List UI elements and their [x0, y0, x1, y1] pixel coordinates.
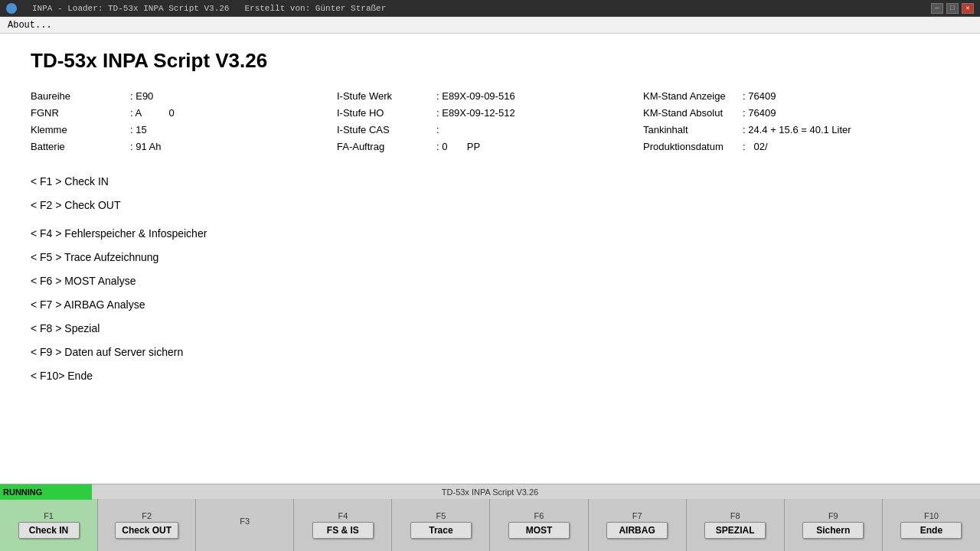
running-container: RUNNING	[0, 484, 92, 499]
menu-f9[interactable]: < F9 > Daten auf Server sichern	[31, 344, 949, 360]
info-col1: Baureihe : E90 FGNR : A 0 Klemme : 15 Ba…	[31, 88, 337, 155]
minimize-button[interactable]: ─	[931, 3, 943, 14]
fkey-f9-label: F9	[828, 511, 838, 520]
fkey-f3-label: F3	[240, 517, 250, 526]
app-icon	[6, 3, 17, 14]
menu-f6[interactable]: < F6 > MOST Analyse	[31, 273, 949, 289]
info-value: : E90	[130, 88, 153, 105]
fkey-f8-btn[interactable]: SPEZIAL	[704, 522, 766, 539]
info-label: KM-Stand Absolut	[643, 105, 743, 122]
fkey-f1[interactable]: F1 Check IN	[0, 499, 98, 551]
info-value: : E89X-09-09-516	[436, 88, 515, 105]
fkey-bar: F1 Check IN F2 Check OUT F3 F4 FS & IS F…	[0, 499, 980, 551]
info-label: Klemme	[31, 122, 130, 139]
about-menu[interactable]: About...	[3, 18, 57, 32]
info-label: I-Stufe Werk	[337, 88, 436, 105]
fkey-f7[interactable]: F7 AIRBAG	[589, 499, 687, 551]
info-label: Tankinhalt	[643, 122, 743, 139]
fkey-f10[interactable]: F10 Ende	[883, 499, 980, 551]
maximize-button[interactable]: □	[946, 3, 959, 14]
info-row: Tankinhalt : 24.4 + 15.6 = 40.1 Liter	[643, 122, 949, 139]
info-col2: I-Stufe Werk : E89X-09-09-516 I-Stufe HO…	[337, 88, 643, 155]
status-text: TD-53x INPA Script V3.26	[442, 487, 538, 497]
fkey-f2-label: F2	[142, 511, 152, 520]
menu-f5[interactable]: < F5 > Trace Aufzeichnung	[31, 249, 949, 266]
info-row: Klemme : 15	[31, 122, 337, 139]
info-label: I-Stufe CAS	[337, 122, 436, 139]
fkey-f6-btn[interactable]: MOST	[508, 522, 570, 539]
menu-items: < F1 > Check IN < F2 > Check OUT < F4 > …	[31, 174, 949, 384]
fkey-f8[interactable]: F8 SPEZIAL	[687, 499, 785, 551]
status-bar: RUNNING TD-53x INPA Script V3.26	[0, 484, 980, 499]
info-label: Produktionsdatum	[643, 139, 743, 155]
fkey-f4-btn[interactable]: FS & IS	[312, 522, 374, 539]
info-value: : 24.4 + 15.6 = 40.1 Liter	[743, 122, 851, 139]
info-label: FA-Auftrag	[337, 139, 436, 155]
fkey-f9[interactable]: F9 Sichern	[785, 499, 883, 551]
info-row: I-Stufe CAS :	[337, 122, 643, 139]
title-bar-author: Erstellt von: Günter Straßer	[244, 4, 386, 13]
info-row: FA-Auftrag : 0 PP	[337, 139, 643, 155]
fkey-f3[interactable]: F3	[196, 499, 294, 551]
info-row: I-Stufe Werk : E89X-09-09-516	[337, 88, 643, 105]
app-title: TD-53x INPA Script V3.26	[31, 49, 949, 73]
info-label: KM-Stand Anzeige	[643, 88, 743, 105]
info-value: : 0 PP	[436, 139, 480, 155]
bottom-area: RUNNING TD-53x INPA Script V3.26 F1 Chec…	[0, 484, 980, 551]
menu-f1[interactable]: < F1 > Check IN	[31, 174, 949, 190]
running-text: RUNNING	[3, 487, 42, 497]
info-value: : 15	[130, 122, 147, 139]
info-value: : 76409	[743, 105, 776, 122]
fkey-f2-btn[interactable]: Check OUT	[115, 522, 178, 539]
title-bar-text: INPA - Loader: TD-53x INPA Script V3.26	[32, 4, 229, 13]
fkey-f10-label: F10	[924, 511, 939, 520]
title-bar-left: INPA - Loader: TD-53x INPA Script V3.26 …	[6, 3, 386, 14]
info-value: : 91 Ah	[130, 139, 161, 155]
fkey-f6-label: F6	[534, 511, 544, 520]
info-row: Batterie : 91 Ah	[31, 139, 337, 155]
info-label: I-Stufe HO	[337, 105, 436, 122]
main-content: TD-53x INPA Script V3.26 Baureihe : E90 …	[0, 34, 980, 484]
info-label: Baureihe	[31, 88, 130, 105]
info-row: Baureihe : E90	[31, 88, 337, 105]
info-label: FGNR	[31, 105, 130, 122]
menu-bar: About...	[0, 17, 980, 34]
menu-f2[interactable]: < F2 > Check OUT	[31, 197, 949, 214]
fkey-f4[interactable]: F4 FS & IS	[294, 499, 392, 551]
info-value: : A 0	[130, 105, 175, 122]
fkey-f7-label: F7	[632, 511, 642, 520]
info-row: KM-Stand Absolut : 76409	[643, 105, 949, 122]
fkey-f9-btn[interactable]: Sichern	[802, 522, 864, 539]
menu-f7[interactable]: < F7 > AIRBAG Analyse	[31, 297, 949, 313]
running-indicator: RUNNING	[0, 484, 92, 500]
info-value: : 76409	[743, 88, 776, 105]
info-label: Batterie	[31, 139, 130, 155]
fkey-f5-btn[interactable]: Trace	[410, 522, 472, 539]
fkey-f8-label: F8	[730, 511, 740, 520]
info-value: : E89X-09-12-512	[436, 105, 515, 122]
info-col3: KM-Stand Anzeige : 76409 KM-Stand Absolu…	[643, 88, 949, 155]
fkey-f5-label: F5	[436, 511, 446, 520]
info-row: KM-Stand Anzeige : 76409	[643, 88, 949, 105]
menu-f8[interactable]: < F8 > Spezial	[31, 321, 949, 337]
fkey-f1-btn[interactable]: Check IN	[18, 522, 80, 539]
fkey-f6[interactable]: F6 MOST	[490, 499, 588, 551]
fkey-f5[interactable]: F5 Trace	[392, 499, 490, 551]
info-value: : 02/	[743, 139, 768, 155]
title-bar: INPA - Loader: TD-53x INPA Script V3.26 …	[0, 0, 980, 17]
info-row: FGNR : A 0	[31, 105, 337, 122]
fkey-f10-btn[interactable]: Ende	[900, 522, 962, 539]
info-grid: Baureihe : E90 FGNR : A 0 Klemme : 15 Ba…	[31, 88, 949, 155]
title-bar-controls: ─ □ ✕	[931, 3, 974, 14]
fkey-f4-label: F4	[338, 511, 348, 520]
close-button[interactable]: ✕	[962, 3, 974, 14]
info-row: Produktionsdatum : 02/	[643, 139, 949, 155]
fkey-f7-btn[interactable]: AIRBAG	[606, 522, 668, 539]
fkey-f2[interactable]: F2 Check OUT	[98, 499, 196, 551]
menu-f10[interactable]: < F10> Ende	[31, 368, 949, 384]
fkey-f1-label: F1	[44, 511, 54, 520]
info-row: I-Stufe HO : E89X-09-12-512	[337, 105, 643, 122]
info-value: :	[436, 122, 439, 139]
menu-f4[interactable]: < F4 > Fehlerspeicher & Infospeicher	[31, 226, 949, 242]
